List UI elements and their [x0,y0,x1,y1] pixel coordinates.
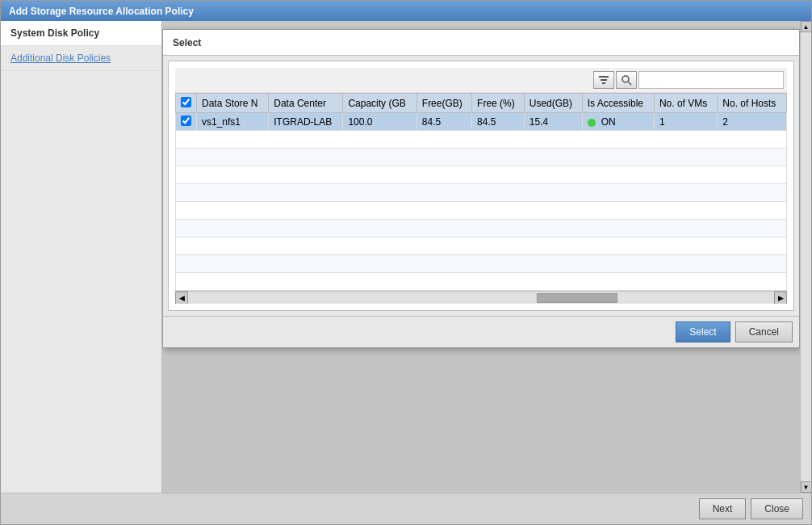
cell-name: vs1_nfs1 [197,113,269,131]
bottom-bar: Next Close [1,493,811,524]
col-header-free-pct: Free (%) [472,94,525,113]
close-button[interactable]: Close [751,498,803,519]
cell-free-gb: 84.5 [416,113,471,131]
sidebar: System Disk Policy Additional Disk Polic… [1,21,162,493]
col-header-capacity: Capacity (GB [343,94,416,113]
col-header-datacenter: Data Center [269,94,343,113]
table-row-empty-6 [176,220,787,237]
right-scrollbar: ▲ ▼ [800,21,811,493]
cell-free-pct: 84.5 [472,113,525,131]
content-area: System Disk Policy Additional Disk Polic… [1,21,811,493]
col-header-name: Data Store N [197,94,269,113]
modal-body: Data Store N Data Center Capacity (GB [168,61,794,311]
status-dot-icon [588,119,596,127]
cell-used-gb: 15.4 [524,113,582,131]
table-row-empty-4 [176,184,787,202]
modal-footer: Select Cancel [163,316,799,347]
modal-header: Select [163,30,799,56]
window-title: Add Storage Resource Allocation Policy [9,6,194,17]
row-checkbox-cell [176,113,197,131]
sidebar-item-additional-disk[interactable]: Additional Disk Policies [1,46,161,71]
col-header-accessible: Is Accessible [582,94,654,113]
search-icon [621,74,632,86]
select-button[interactable]: Select [676,321,730,342]
svg-line-4 [629,82,632,86]
filter-icon-btn[interactable] [593,71,614,89]
modal-toolbar [175,68,787,93]
table-wrapper: Data Store N Data Center Capacity (GB [175,93,787,291]
col-header-free-gb: Free(GB) [416,94,471,113]
filter-icon [598,74,609,86]
scroll-up-arrow[interactable]: ▲ [801,21,812,32]
col-header-num-vms: No. of VMs [654,94,717,113]
modal-overlay: Select [162,21,800,493]
svg-rect-2 [602,82,605,84]
select-all-checkbox[interactable] [181,97,191,107]
table-header-row: Data Store N Data Center Capacity (GB [176,94,787,113]
table-row-empty-8 [176,255,787,273]
svg-rect-0 [599,76,609,78]
table-row-empty-5 [176,202,787,220]
table-row-empty-7 [176,237,787,255]
table-row-empty-2 [176,149,787,166]
next-button[interactable]: Next [699,498,747,519]
data-store-table: Data Store N Data Center Capacity (GB [175,93,787,291]
table-row-empty-9 [176,273,787,291]
svg-rect-1 [601,79,607,81]
cell-num-vms: 1 [654,113,717,131]
table-row-empty-1 [176,131,787,149]
cell-accessible: ON [582,113,654,131]
title-bar: Add Storage Resource Allocation Policy [1,1,811,21]
modal-title: Select [173,37,201,48]
cell-capacity: 100.0 [343,113,416,131]
scroll-left-arrow[interactable]: ◀ [175,292,188,304]
table-row-empty-3 [176,166,787,184]
select-modal: Select [162,29,800,348]
modal-search-input[interactable] [638,71,784,89]
main-content: Storage Policy - System Disk Policy Poli… [162,21,800,493]
sidebar-item-system-disk[interactable]: System Disk Policy [1,21,161,46]
scroll-right-arrow[interactable]: ▶ [774,292,787,304]
cancel-button[interactable]: Cancel [735,321,793,342]
cell-datacenter: ITGRAD-LAB [269,113,343,131]
search-icon-btn[interactable] [616,71,637,89]
cell-num-hosts: 2 [718,113,787,131]
col-header-used-gb: Used(GB) [524,94,582,113]
horizontal-scrollbar: ◀ ▶ [175,291,787,304]
table-row[interactable]: vs1_nfs1 ITGRAD-LAB 100.0 [176,113,787,131]
scroll-down-arrow[interactable]: ▼ [801,481,812,493]
scrollbar-track [201,293,761,303]
svg-point-3 [622,76,629,82]
col-header-checkbox [176,94,197,113]
row-checkbox[interactable] [181,116,191,126]
main-window: Add Storage Resource Allocation Policy S… [0,0,812,525]
scrollbar-thumb[interactable] [537,293,617,303]
col-header-num-hosts: No. of Hosts [718,94,787,113]
